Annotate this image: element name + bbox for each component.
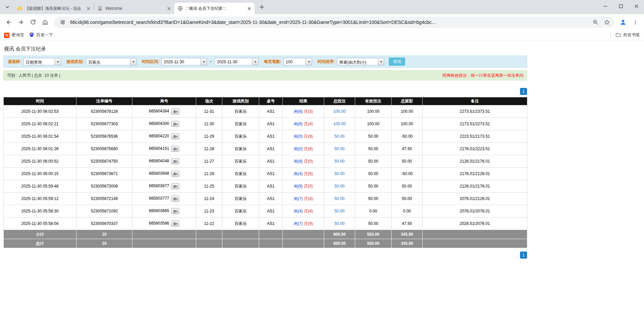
view-round-button[interactable] — [171, 158, 179, 164]
view-round-button[interactable] — [171, 108, 179, 114]
view-round-button[interactable] — [171, 196, 179, 202]
browser-tab-strip: 【新提醒】海燕策略论坛 - 综合 Welcome :::视讯 会员下注纪录::: — [0, 0, 644, 14]
cell-table: AS1 — [259, 130, 283, 143]
chevron-down-icon[interactable] — [201, 58, 207, 65]
page-number-button[interactable]: 1 — [520, 88, 527, 95]
table-row: 2025-11-30 05:58:04523005670337665803586… — [4, 218, 527, 230]
address-bar[interactable]: 66cxkj98.com/game/betrecord_search/kind3… — [54, 16, 614, 28]
view-round-button[interactable] — [171, 183, 179, 189]
profile-button[interactable] — [617, 16, 629, 28]
cell-game-type: 百家乐 — [222, 180, 259, 193]
chevron-down-icon[interactable] — [306, 58, 312, 65]
view-round-button[interactable] — [171, 121, 179, 127]
chevron-down-icon — [5, 5, 9, 9]
view-round-button[interactable] — [171, 208, 179, 214]
total-bet-link[interactable]: 50.00 — [334, 184, 344, 189]
chevron-down-icon[interactable] — [55, 58, 61, 65]
bookmark-taobao[interactable]: 淘 爱淘宝 — [4, 32, 24, 38]
tab-search-button[interactable] — [3, 2, 12, 12]
summary-cell — [222, 239, 259, 248]
column-header: 总派彩 — [392, 97, 423, 105]
result-banker: 庄(3) — [304, 109, 313, 114]
date-range-separator: ~ — [210, 59, 212, 64]
view-round-button[interactable] — [171, 171, 179, 177]
cell-round: 665804151 — [132, 143, 196, 155]
browser-tab-welcome[interactable]: Welcome — [94, 3, 174, 14]
round-id: 665803948 — [149, 171, 169, 176]
table-row: 2025-11-30 06:01:54523005676536665804220… — [4, 130, 527, 143]
total-bet-link[interactable]: 50.00 — [334, 134, 344, 139]
column-header: 时间 — [4, 97, 76, 105]
view-round-button[interactable] — [171, 146, 179, 152]
tab-close-icon[interactable] — [86, 6, 91, 11]
cell-game-type: 百家乐 — [222, 205, 259, 218]
summary-bar: 币别 : 人民币 | 总共 :10 注单 | 同局有效投注，统一计算在该局第一张… — [3, 70, 527, 80]
window-maximize-button[interactable] — [613, 0, 628, 12]
total-bet-link[interactable]: 50.00 — [334, 196, 344, 201]
chevron-down-icon[interactable] — [378, 58, 384, 65]
zoom-icon[interactable] — [591, 18, 600, 26]
chevron-down-icon[interactable] — [130, 58, 136, 65]
summary-cell — [222, 230, 259, 239]
cell-result: 闲(6) 庄(4) — [283, 118, 324, 130]
total-bet-link[interactable]: 50.00 — [334, 159, 344, 164]
site-settings-icon[interactable] — [59, 18, 67, 26]
bookmark-baidu[interactable]: 百度一下 — [29, 32, 53, 38]
date-range-label: 时间区间: — [142, 59, 159, 65]
cell-result: 闲(4) 庄(5) — [283, 168, 324, 180]
date-end-select[interactable]: 2025-11-30 — [215, 58, 258, 65]
result-banker: 庄(4) — [304, 122, 313, 126]
tab-close-icon[interactable] — [166, 6, 172, 11]
folder-icon — [615, 32, 621, 39]
new-tab-button[interactable] — [257, 2, 267, 12]
cell-result: 闲(0) 庄(9) — [283, 130, 324, 143]
window-close-button[interactable] — [628, 0, 644, 12]
summary-cell — [423, 230, 527, 239]
game-type-select[interactable]: 百家乐 — [86, 58, 136, 65]
query-type-select[interactable]: 日期查询 — [23, 58, 61, 65]
total-bet-link[interactable]: 50.00 — [334, 209, 344, 213]
bookmark-star-icon[interactable] — [603, 18, 611, 26]
view-round-button[interactable] — [171, 133, 179, 139]
cell-table: AS1 — [259, 193, 283, 205]
date-start-select[interactable]: 2025-11-30 — [161, 58, 207, 65]
cell-payout: 0.00 — [392, 205, 423, 218]
total-bet-link[interactable]: 100.00 — [333, 122, 346, 126]
window-minimize-button[interactable] — [597, 0, 613, 12]
cell-session: 11-26 — [196, 168, 222, 180]
search-button[interactable]: 查询 — [389, 58, 405, 66]
all-bookmarks-button[interactable]: 所有书签 — [615, 32, 640, 39]
table-row: 2025-11-30 05:58:30523005671092665803665… — [4, 205, 527, 218]
tab-title: 【新提醒】海燕策略论坛 - 综合 — [25, 6, 83, 11]
sort-select[interactable]: 降幂(由大到小) — [337, 58, 384, 65]
cell-time: 2025-11-30 06:02:21 — [4, 118, 76, 130]
cell-table: AS1 — [259, 118, 283, 130]
menu-button[interactable] — [629, 16, 641, 28]
bet-records-table: 时间注单编号局号场次游戏类别桌号结果总投注有效投注总派彩备注 2025-11-3… — [3, 97, 527, 248]
video-icon — [173, 222, 178, 226]
chevron-down-icon[interactable] — [252, 58, 258, 65]
cell-total-bet: 50.00 — [324, 180, 355, 193]
total-bet-link[interactable]: 100.00 — [333, 109, 346, 114]
view-round-button[interactable] — [171, 221, 179, 227]
refresh-button[interactable] — [27, 16, 39, 28]
page-number-button[interactable]: 1 — [520, 252, 527, 259]
total-bet-link[interactable]: 50.00 — [334, 171, 344, 176]
total-bet-link[interactable]: 50.00 — [334, 146, 344, 151]
cell-payout: 47.50 — [392, 218, 423, 230]
table-row: 2025-11-30 05:59:48523005673008665803877… — [4, 180, 527, 193]
browser-tab-forum[interactable]: 【新提醒】海燕策略论坛 - 综合 — [13, 3, 94, 14]
cell-note: 2126.01/2176.01 — [423, 155, 527, 168]
summary-cell: 600.00 — [324, 230, 355, 239]
per-page-select[interactable]: 100 — [283, 58, 312, 65]
browser-tab-betrecord[interactable]: :::视讯 会员下注纪录::: — [174, 3, 254, 14]
tab-close-icon[interactable] — [246, 6, 252, 11]
back-button[interactable] — [3, 16, 15, 28]
summary-cell — [259, 239, 283, 248]
total-bet-link[interactable]: 50.00 — [334, 221, 344, 226]
cell-table: AS1 — [259, 168, 283, 180]
video-icon — [173, 209, 178, 213]
home-button[interactable] — [39, 16, 51, 28]
cell-total-bet: 50.00 — [324, 218, 355, 230]
forward-button[interactable] — [15, 16, 27, 28]
